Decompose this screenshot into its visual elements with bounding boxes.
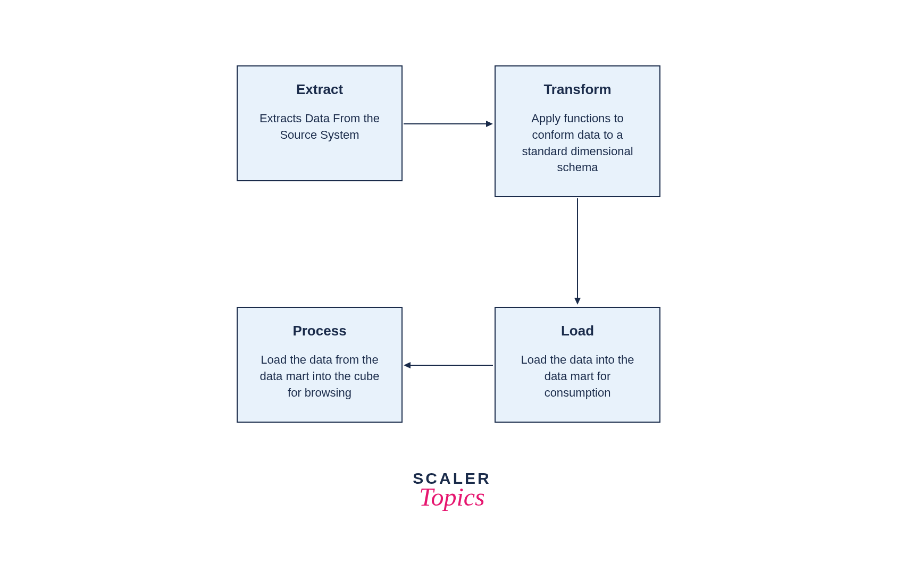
svg-marker-1 [486,121,493,127]
transform-desc: Apply functions to conform data to a sta… [512,111,643,176]
process-desc: Load the data from the data mart into th… [254,352,386,401]
load-desc: Load the data into the data mart for con… [512,352,643,401]
svg-marker-5 [404,362,411,368]
arrow-load-to-process [404,360,493,371]
load-box: Load Load the data into the data mart fo… [495,307,660,423]
svg-marker-3 [574,298,581,305]
extract-box: Extract Extracts Data From the Source Sy… [237,65,403,181]
process-box: Process Load the data from the data mart… [237,307,403,423]
etl-process-diagram: Extract Extracts Data From the Source Sy… [186,65,718,523]
transform-box: Transform Apply functions to conform dat… [495,65,660,197]
logo-topics-text: Topics [413,482,491,511]
load-title: Load [512,323,643,339]
arrow-transform-to-load [572,198,583,305]
scaler-topics-logo: SCALER Topics [413,469,491,511]
extract-title: Extract [254,81,386,98]
transform-title: Transform [512,81,643,98]
process-title: Process [254,323,386,339]
extract-desc: Extracts Data From the Source System [254,111,386,144]
arrow-extract-to-transform [404,119,493,129]
